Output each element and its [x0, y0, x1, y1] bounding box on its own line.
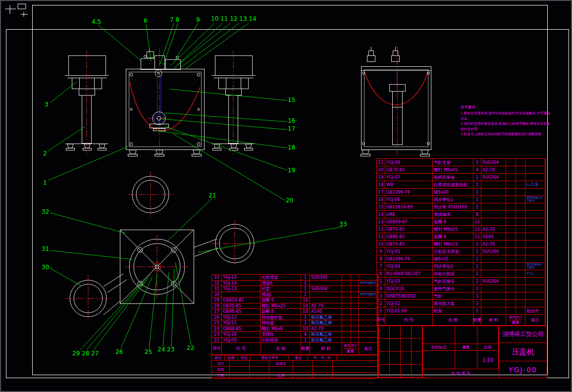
stage-label: 阶段标记	[423, 344, 455, 351]
process-label: 工艺	[212, 373, 230, 379]
note-line: 1.整机安装完毕后,用手转动电机风叶无卡滞现象后,方可通电试车。	[461, 111, 551, 121]
bom-row: 6RU-60DF08120T间歇分割器14工位	[377, 270, 545, 278]
bom-row: 20GB70-85螺钉 M8x454A2-70	[377, 166, 545, 174]
revision-row: 标记 处数 分区 更改文件号 签名 年、月、日	[212, 355, 378, 361]
part-callout: 32	[42, 209, 49, 215]
bom-row: 2YGJ-02振动放大盘3	[377, 300, 545, 307]
sheet-count: 共 张 第 张	[423, 369, 499, 378]
approve-label: 批准	[269, 373, 293, 379]
bom-row: 29GB859-87垫圈 610	[212, 297, 378, 303]
bom-header-remark: 备注	[525, 315, 545, 326]
bom-header-name: 名 称	[260, 343, 301, 355]
title-block: 阶段标记 重量 比例 1:10 共 张 第 张 淄博裕工贸公司 压盖机 YGJ-…	[378, 325, 547, 378]
bom-header: 序号 代 号 名 称 数量 材 料 单件总计 重量 备注	[377, 315, 545, 326]
part-callout: 9	[196, 17, 200, 23]
part-callout: 20	[286, 197, 293, 203]
part-callout: 3	[45, 101, 49, 107]
title-block-grid	[379, 326, 422, 378]
bom-row: 5YGJ-03气缸压接头2SUS304	[377, 278, 545, 285]
bom-row: 1YGJ-01.00机架1组合件	[377, 307, 545, 315]
note-line: 2.调试时皮带松紧应适当,先调好上面调节螺栓,再依次安装各部件及护罩。	[461, 121, 551, 132]
process-row: 工艺 批准	[212, 373, 378, 379]
part-callout: 30	[42, 264, 49, 270]
bom-row: 17GB1096-79键5x201	[377, 189, 545, 196]
bom-row: 4QGCX16旋转气接头2	[377, 285, 545, 293]
design-row: 设计 标准化	[212, 361, 378, 367]
part-callout: 16	[288, 118, 295, 124]
part-callout: 22	[187, 345, 194, 351]
part-callout: 10 11 12 13 14	[211, 16, 257, 22]
bom-row: 18WB行星摆线减速电机1i=1:9	[377, 181, 545, 189]
bom-header-qty: 数量	[301, 343, 310, 355]
note-line: 3.转盘与上面板之间的间隙可用调整螺栓进行调整锁紧。	[461, 132, 551, 137]
bom-header-name: 名 称	[433, 315, 473, 326]
bom-header-weight: 单件总计 重量	[342, 343, 359, 355]
part-callout: 24 23	[157, 346, 174, 352]
weight-label: 重量	[455, 344, 477, 351]
part-callout: 4.5	[92, 19, 101, 25]
audit-row: 审核	[212, 367, 378, 373]
design-label: 设计	[212, 361, 230, 367]
scale-label: 比例	[477, 344, 499, 351]
part-callout: 25	[145, 349, 152, 355]
company-name: 淄博裕工贸公司	[499, 326, 547, 343]
bom-header-mat: 材 料	[481, 315, 506, 326]
bom-left-rows: 33YGJ-15出料滑道1SUS30432YGJ-14滑道II2按转动盘配作31…	[212, 275, 378, 343]
bom-row: 16YGJ-06同步带轮11按电机轴孔尺寸配作	[377, 196, 545, 203]
bom-row: 31YGJ-13护盖1SUS304	[212, 286, 378, 292]
part-callout: 15	[288, 97, 295, 103]
part-callout: 18	[288, 145, 295, 150]
bom-row: 28GB70-85螺钉 M6x2510A2-70	[212, 303, 378, 309]
part-callout: 2	[43, 150, 47, 156]
view-main-front	[126, 48, 205, 156]
plot-marks	[5, 4, 28, 17]
standardize-label: 标准化	[269, 361, 293, 367]
bom-table-left: 33YGJ-15出料滑道1SUS30432YGJ-14滑道II2按转动盘配作31…	[211, 274, 378, 355]
bom-header-mat: 材 料	[310, 343, 342, 355]
bom-header-qty: 数量	[473, 315, 481, 326]
bom-row: 33YGJ-15出料滑道1SUS304	[212, 275, 378, 281]
bom-row: 30滑道I1按转动盘配作	[212, 292, 378, 298]
bom-header: 序号 代 号 名 称 数量 材 料 单件总计 重量 备注	[212, 343, 378, 355]
bom-row: 15GB11616-89同步带 450H1001	[377, 203, 545, 211]
bom-row: 9YGJ-05分割器支撑架1SUS304	[377, 248, 545, 255]
bom-row: 11GB96-85垫圈 812A140	[377, 233, 545, 241]
bom-row: 8GB1096-79键6x351	[377, 255, 545, 263]
part-callout: 29 28 27	[72, 350, 99, 356]
product-name: 压盖机	[499, 343, 547, 361]
bom-row: 7YGJ-04同步带轮21按分割器轴尺寸配作	[377, 263, 545, 270]
bom-row: 26YGJ-12转动盘护垫1聚四氟乙烯	[212, 315, 378, 321]
part-callout: 19	[288, 167, 295, 173]
bom-header-code: 代 号	[222, 343, 260, 355]
bom-header-no: 序号	[212, 343, 222, 355]
technical-notes: 技术要求: 1.整机安装完毕后,用手转动电机风叶无卡滞现象后,方可通电试车。2.…	[461, 105, 551, 137]
bom-header-code: 代 号	[385, 315, 433, 326]
company-section: 淄博裕工贸公司 压盖机 YGJ-00	[499, 326, 547, 378]
bom-row: 27GB96-85垫圈 610A140	[212, 309, 378, 315]
stage-section: 阶段标记 重量 比例 1:10 共 张 第 张	[422, 326, 499, 378]
bom-row: 3DABTS(N)35D气缸3	[377, 293, 545, 300]
part-callout: 21	[208, 193, 216, 198]
bom-header-weight: 单件总计 重量	[506, 315, 525, 326]
notes-title: 技术要求:	[461, 105, 551, 110]
bom-row: 24GB68-85螺钉 M6x810A2-70	[212, 326, 378, 332]
signature-block: 标记 处数 分区 更改文件号 签名 年、月、日 设计 标准化 审核 工艺 批准	[211, 354, 378, 378]
belt-curve	[130, 82, 200, 131]
bom-row: 21YGJ-08气缸支架2SUS304	[377, 159, 545, 166]
view-side	[361, 47, 431, 156]
part-callout: 26	[115, 349, 123, 355]
part-callout: 1	[43, 180, 47, 186]
part-callout: 33	[339, 221, 347, 227]
audit-label: 审核	[212, 367, 230, 373]
part-callout: 6	[144, 18, 148, 24]
bom-row: 32YGJ-14滑道II2按转动盘配作	[212, 281, 378, 287]
bom-row: 12GB70-85螺钉 M8x2512A2-70	[377, 226, 545, 233]
bom-table-right: 21YGJ-08气缸支架2SUS30420GB70-85螺钉 M8x454A2-…	[376, 158, 546, 326]
bom-row: 22YGJ-09出料挡块1聚四氟乙烯	[212, 338, 378, 343]
bowl-curve	[364, 72, 428, 105]
bom-header-remark: 备注	[359, 343, 378, 355]
part-callout: 7 8	[170, 17, 179, 23]
bom-row: 23YGJ-10支撑柱4聚四氟乙烯	[212, 332, 378, 338]
drawing-number: YGJ-00	[499, 361, 547, 378]
part-callout: 31	[42, 246, 49, 252]
